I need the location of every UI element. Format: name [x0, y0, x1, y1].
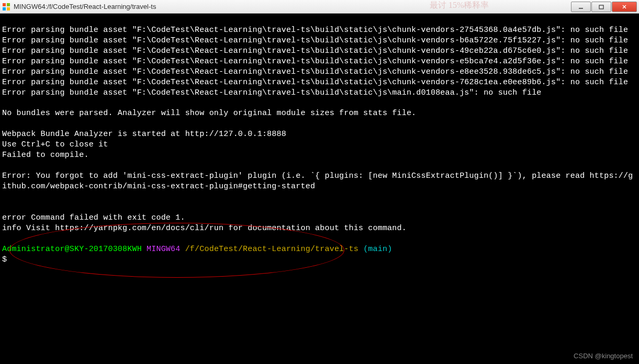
- info-line: Webpack Bundle Analyzer is started at ht…: [2, 130, 286, 139]
- window-titlebar: MINGW64:/f/CodeTest/React-Learning/trave…: [0, 0, 639, 14]
- main-error-line: Error: You forgot to add 'mini-css-extra…: [2, 172, 633, 191]
- info-line: Failed to compile.: [2, 151, 89, 160]
- svg-rect-5: [599, 5, 603, 9]
- error-line: Error parsing bundle asset "F:\CodeTest\…: [2, 36, 628, 45]
- prompt-branch: (main): [363, 245, 392, 254]
- error-line: Error parsing bundle asset "F:\CodeTest\…: [2, 26, 628, 35]
- prompt-line: Administrator@SKY-20170308KWH MINGW64 /f…: [2, 245, 392, 254]
- window-title: MINGW64:/f/CodeTest/React-Learning/trave…: [14, 3, 571, 10]
- svg-rect-3: [7, 7, 10, 10]
- svg-rect-0: [3, 3, 6, 6]
- error-line: Error parsing bundle asset "F:\CodeTest\…: [2, 67, 628, 76]
- minimize-button[interactable]: [571, 2, 591, 12]
- window-controls: [571, 2, 637, 12]
- terminal-output[interactable]: Error parsing bundle asset "F:\CodeTest\…: [0, 14, 639, 287]
- prompt-cursor[interactable]: $: [2, 255, 7, 264]
- prompt-path: /f/CodeTest/React-Learning/travel-ts: [185, 245, 358, 254]
- prompt-user: Administrator@SKY-20170308KWH: [2, 245, 142, 254]
- svg-rect-2: [3, 7, 6, 10]
- info-line: No bundles were parsed. Analyzer will sh…: [2, 109, 416, 118]
- watermark: CSDN @kingtopest: [574, 352, 633, 360]
- svg-rect-1: [7, 3, 10, 6]
- app-icon: [2, 3, 10, 11]
- info-line: info Visit https://yarnpkg.com/en/docs/c…: [2, 224, 407, 233]
- error-line: Error parsing bundle asset "F:\CodeTest\…: [2, 78, 628, 87]
- error-line: Error parsing bundle asset "F:\CodeTest\…: [2, 57, 628, 66]
- info-line: Use Ctrl+C to close it: [2, 140, 108, 149]
- error-line: Error parsing bundle asset "F:\CodeTest\…: [2, 47, 628, 55]
- error-line: error Command failed with exit code 1.: [2, 213, 185, 222]
- close-button[interactable]: [612, 2, 637, 12]
- prompt-host: MINGW64: [147, 245, 180, 254]
- maximize-button[interactable]: [591, 2, 611, 12]
- error-line: Error parsing bundle asset "F:\CodeTest\…: [2, 88, 542, 97]
